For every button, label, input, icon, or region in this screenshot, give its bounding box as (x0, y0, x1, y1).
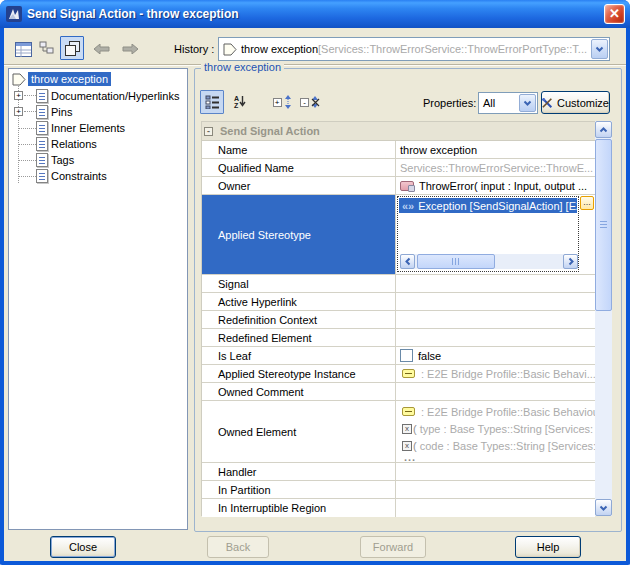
horizontal-scroll-thumb[interactable] (417, 254, 495, 269)
horizontal-scrollbar[interactable] (400, 254, 578, 269)
property-value[interactable]: : E2E Bridge Profile::Basic Behaviour x(… (396, 401, 595, 462)
history-combobox[interactable]: throw exception [Services::ThrowErrorSer… (218, 37, 610, 61)
owned-element-item[interactable]: : E2E Bridge Profile::Basic Behaviour (400, 403, 595, 420)
property-row-redefined-element[interactable]: Redefined Element (202, 329, 595, 347)
tree-item-throw-exception[interactable]: throw exception (12, 71, 111, 87)
property-row-applied-stereotype[interactable]: Applied Stereotype «» Exception [SendSig… (202, 195, 595, 275)
property-value[interactable] (396, 275, 595, 292)
close-button[interactable]: Close (50, 536, 116, 558)
collapse-section-icon[interactable]: - (204, 127, 213, 136)
expand-icon[interactable]: + (14, 107, 23, 116)
property-row-owned-element[interactable]: Owned Element : E2E Bridge Profile::Basi… (202, 401, 595, 463)
navigation-tree[interactable]: throw exception + Documentation/Hyperlin… (8, 68, 188, 530)
help-button[interactable]: Help (515, 536, 581, 558)
property-value[interactable] (396, 311, 595, 328)
owned-element-item[interactable]: x( code : Base Types::String [Services: (400, 437, 595, 454)
properties-dropdown-button[interactable] (519, 94, 536, 112)
title-bar[interactable]: Send Signal Action - throw exception ✕ (0, 0, 630, 28)
scroll-right-button[interactable] (563, 254, 578, 269)
history-label: History : (174, 43, 214, 55)
property-value[interactable]: : E2E Bridge Profile::Basic Behavi... (396, 365, 595, 382)
property-value[interactable]: ThrowError( input : Input, output ... (396, 177, 595, 194)
property-row-owned-comment[interactable]: Owned Comment (202, 383, 595, 401)
forward-button[interactable]: Forward (360, 536, 426, 558)
properties-view-button[interactable] (11, 37, 35, 61)
property-value[interactable] (396, 329, 595, 346)
collapse-all-button[interactable]: - (298, 90, 322, 114)
back-arrow-icon (94, 44, 110, 54)
property-value[interactable] (396, 293, 595, 310)
forward-button-toolbar[interactable] (118, 37, 142, 61)
property-value[interactable]: «» Exception [SendSignalAction] [E2 (396, 195, 595, 274)
owned-element-item[interactable]: x( type : Base Types::String [Services: (400, 420, 595, 437)
tree-item-label[interactable]: Documentation/Hyperlinks (48, 89, 182, 103)
tree-item-label[interactable]: throw exception (28, 72, 111, 86)
vertical-scrollbar[interactable] (595, 121, 612, 516)
property-label: Redefinition Context (202, 311, 396, 328)
close-window-button[interactable]: ✕ (604, 4, 625, 24)
tree-item-pins[interactable]: Pins (36, 104, 75, 120)
document-page-icon (36, 121, 48, 135)
vertical-scroll-thumb[interactable] (595, 139, 612, 311)
property-value[interactable] (396, 499, 595, 517)
property-row-qualified-name[interactable]: Qualified Name Services::ThrowErrorServi… (202, 159, 595, 177)
property-value[interactable] (396, 383, 595, 400)
is-leaf-checkbox[interactable] (400, 349, 413, 362)
tree-connector-stub (18, 128, 36, 129)
property-value[interactable] (396, 481, 595, 498)
section-header-row[interactable]: - Send Signal Action (202, 122, 595, 141)
tree-item-relations[interactable]: Relations (36, 136, 100, 152)
property-row-in-interruptible-region[interactable]: In Interruptible Region (202, 499, 595, 517)
tree-item-label[interactable]: Tags (48, 153, 77, 167)
expand-icon[interactable]: + (14, 91, 23, 100)
categorized-view-button[interactable] (200, 90, 224, 114)
property-row-name[interactable]: Name throw exception (202, 141, 595, 159)
property-value[interactable]: false (396, 347, 595, 364)
property-row-signal[interactable]: Signal (202, 275, 595, 293)
property-value[interactable] (396, 463, 595, 480)
tree-item-tags[interactable]: Tags (36, 152, 77, 168)
tree-item-inner-elements[interactable]: Inner Elements (36, 120, 128, 136)
tools-icon (542, 97, 553, 109)
back-button[interactable]: Back (207, 536, 269, 558)
pin-icon: x (402, 424, 412, 434)
scroll-left-button[interactable] (400, 254, 415, 269)
stacked-windows-button[interactable] (60, 36, 84, 60)
history-dropdown-button[interactable] (591, 39, 608, 59)
dialog-body: History : throw exception [Services::Thr… (4, 28, 626, 561)
property-row-active-hyperlink[interactable]: Active Hyperlink (202, 293, 595, 311)
stereotype-list-item[interactable]: «» Exception [SendSignalAction] [E2 (399, 198, 577, 213)
property-label: Applied Stereotype (202, 195, 396, 274)
collapse-all-icon: - (300, 95, 320, 109)
property-row-is-leaf[interactable]: Is Leaf false (202, 347, 595, 365)
tree-view-button[interactable] (35, 37, 59, 61)
scroll-up-button[interactable] (595, 121, 612, 138)
properties-filter-combobox[interactable]: All (478, 92, 538, 114)
tree-item-label[interactable]: Inner Elements (48, 121, 128, 135)
property-row-owner[interactable]: Owner ThrowError( input : Input, output … (202, 177, 595, 195)
stereotype-list[interactable]: «» Exception [SendSignalAction] [E2 (397, 196, 579, 272)
property-value[interactable]: Services::ThrowErrorService::ThrowE... (396, 159, 595, 176)
chevron-left-icon (405, 257, 411, 266)
browse-stereotype-button[interactable]: ... (580, 196, 594, 210)
tree-item-label[interactable]: Pins (48, 105, 75, 119)
tree-item-documentation[interactable]: Documentation/Hyperlinks (36, 88, 182, 104)
signal-action-icon (223, 43, 237, 56)
scroll-down-button[interactable] (595, 499, 612, 516)
back-button-toolbar[interactable] (90, 37, 114, 61)
document-page-icon (36, 105, 48, 119)
tree-item-constraints[interactable]: Constraints (36, 168, 110, 184)
expand-all-button[interactable]: + (270, 90, 294, 114)
properties-table-icon (15, 42, 32, 57)
sort-alphabetically-button[interactable]: AZ (228, 90, 252, 114)
history-value-path: [Services::ThrowErrorService::ThrowError… (318, 43, 587, 55)
property-value[interactable]: throw exception (396, 141, 595, 158)
properties-table: - Send Signal Action Name throw exceptio… (201, 121, 595, 516)
tree-item-label[interactable]: Relations (48, 137, 100, 151)
property-row-handler[interactable]: Handler (202, 463, 595, 481)
customize-button[interactable]: Customize (541, 91, 610, 114)
property-row-applied-stereotype-instance[interactable]: Applied Stereotype Instance : E2E Bridge… (202, 365, 595, 383)
tree-item-label[interactable]: Constraints (48, 169, 110, 183)
property-row-in-partition[interactable]: In Partition (202, 481, 595, 499)
property-row-redefinition-context[interactable]: Redefinition Context (202, 311, 595, 329)
